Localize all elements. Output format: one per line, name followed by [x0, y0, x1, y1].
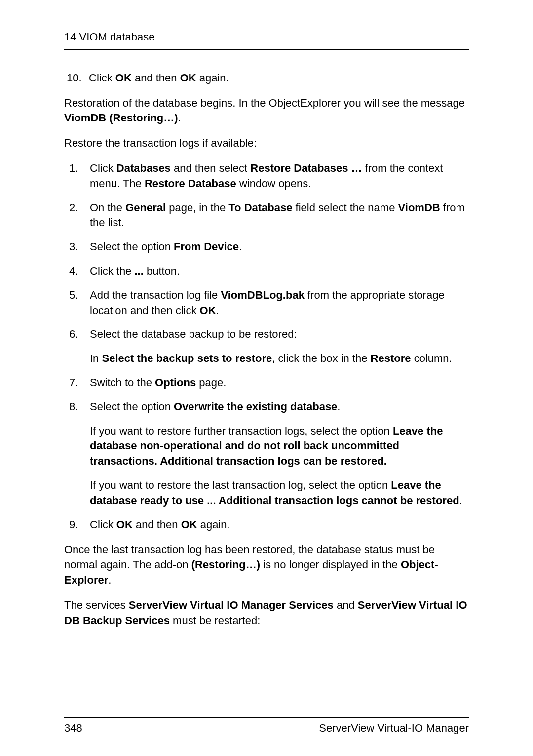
- step-number: 10.: [67, 71, 89, 86]
- sub-paragraph: In Select the backup sets to restore, cl…: [90, 351, 469, 366]
- item-content: Select the option From Device.: [90, 239, 469, 255]
- list-item: 3. Select the option From Device.: [69, 239, 469, 255]
- item-content: Switch to the Options page.: [90, 375, 469, 391]
- item-number: 4.: [69, 264, 90, 279]
- header-title: 14 VIOM database: [64, 31, 154, 43]
- list-item: 4. Click the ... button.: [69, 264, 469, 279]
- item-number: 7.: [69, 375, 90, 391]
- page-header: 14 VIOM database: [64, 30, 469, 45]
- item-content: On the General page, in the To Database …: [90, 200, 469, 231]
- item-number: 2.: [69, 200, 90, 231]
- item-content: Click OK and then OK again.: [90, 517, 469, 533]
- item-content: Select the database backup to be restore…: [90, 327, 469, 366]
- footer-rule: [64, 717, 469, 718]
- paragraph-once-last: Once the last transaction log has been r…: [64, 542, 469, 588]
- list-item: 7. Switch to the Options page.: [69, 375, 469, 391]
- list-item: 2. On the General page, in the To Databa…: [69, 200, 469, 231]
- footer-row: 348 ServerView Virtual-IO Manager: [64, 721, 469, 736]
- step-10: 10. Click OK and then OK again.: [67, 71, 469, 86]
- item-number: 3.: [69, 239, 90, 255]
- page-footer: 348 ServerView Virtual-IO Manager: [64, 717, 469, 736]
- item-number: 1.: [69, 161, 90, 192]
- paragraph-restore-logs: Restore the transaction logs if availabl…: [64, 136, 469, 151]
- page-number: 348: [64, 721, 82, 736]
- item-number: 6.: [69, 327, 90, 366]
- item-content: Select the option Overwrite the existing…: [90, 399, 469, 509]
- list-item: 5. Add the transaction log file ViomDBLo…: [69, 288, 469, 318]
- list-item: 8. Select the option Overwrite the exist…: [69, 399, 469, 509]
- paragraph-services: The services ServerView Virtual IO Manag…: [64, 598, 469, 629]
- list-item: 6. Select the database backup to be rest…: [69, 327, 469, 366]
- item-number: 9.: [69, 517, 90, 533]
- ordered-list: 1. Click Databases and then select Resto…: [64, 161, 469, 532]
- step-text: Click OK and then OK again.: [89, 71, 229, 86]
- item-number: 8.: [69, 399, 90, 509]
- paragraph-restoration: Restoration of the database begins. In t…: [64, 96, 469, 126]
- item-content: Add the transaction log file ViomDBLog.b…: [90, 288, 469, 318]
- list-item: 1. Click Databases and then select Resto…: [69, 161, 469, 192]
- item-content: Click the ... button.: [90, 264, 469, 279]
- product-name: ServerView Virtual-IO Manager: [319, 721, 469, 736]
- sub-paragraph: If you want to restore further transacti…: [90, 424, 469, 469]
- sub-paragraph: If you want to restore the last transact…: [90, 478, 469, 509]
- header-rule: [64, 49, 469, 50]
- item-content: Click Databases and then select Restore …: [90, 161, 469, 192]
- item-number: 5.: [69, 288, 90, 318]
- list-item: 9. Click OK and then OK again.: [69, 517, 469, 533]
